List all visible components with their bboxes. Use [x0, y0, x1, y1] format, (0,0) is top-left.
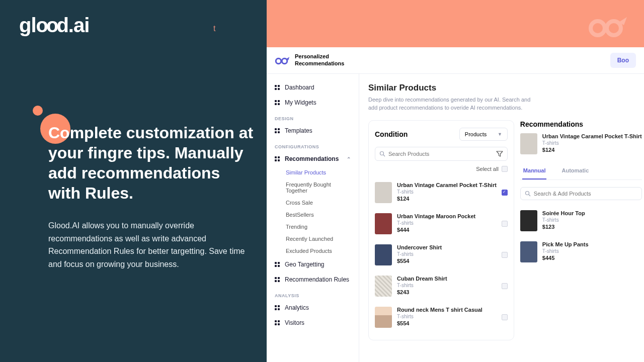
nav-rules[interactable]: Recommendation Rules [267, 272, 359, 287]
tab-automatic[interactable]: Automatic [560, 162, 590, 179]
nav-sub-excluded[interactable]: Excluded Products [267, 245, 359, 257]
nav-sub-similar[interactable]: Similar Products [267, 166, 359, 178]
product-thumb [375, 244, 392, 265]
nav-analytics[interactable]: Analytics [267, 300, 359, 315]
product-checkbox[interactable] [502, 314, 508, 320]
condition-product-row[interactable]: Urban Vintage Maroon Pocket T-shirts $44… [375, 208, 508, 239]
nav-recommendations[interactable]: Recommendations⌃ [267, 151, 359, 166]
product-price: $123 [542, 224, 642, 230]
product-name: Round neck Mens T shirt Casual [397, 307, 497, 313]
chevron-down-icon: ▼ [498, 132, 502, 137]
condition-product-row[interactable]: Urban Vintage Caramel Pocket T-Shirt T-s… [375, 177, 508, 208]
page-subtitle: Deep dive into recommendations generated… [368, 96, 539, 112]
product-thumb [375, 276, 392, 297]
product-name: Cuban Dream Shirt [397, 276, 497, 282]
recommendations-panel: Recommendations Urban Vintage Caramel Po… [520, 120, 642, 340]
nav-sub-best[interactable]: BestSellers [267, 209, 359, 221]
product-category: T-shirts [542, 248, 642, 254]
nav-geo[interactable]: Geo Targetting [267, 257, 359, 272]
product-category: T-shirts [542, 217, 642, 223]
product-checkbox[interactable] [502, 221, 508, 227]
hero-headline: Complete customization at your fingre ti… [48, 123, 255, 203]
product-checkbox[interactable] [502, 190, 508, 196]
condition-search-input[interactable] [388, 151, 493, 157]
header-cta-button[interactable]: Boo [610, 53, 636, 68]
hero-body: Glood.AI allows you to manually override… [48, 219, 255, 270]
app-title: Personalized Recommendations [295, 53, 344, 67]
sidebar: Dashboard My Widgets DESIGN Templates CO… [267, 74, 359, 362]
nav-sub-fbt[interactable]: Frequently Bought Together [267, 178, 359, 197]
search-icon [379, 151, 385, 157]
svg-point-2 [276, 58, 281, 64]
product-category: T-shirts [397, 189, 497, 195]
product-thumb [375, 307, 392, 328]
nav-my-widgets[interactable]: My Widgets [267, 95, 359, 110]
svg-point-0 [591, 21, 605, 35]
page-title: Similar Products [368, 83, 635, 93]
condition-search[interactable] [375, 147, 508, 161]
app-logo-icon [275, 55, 290, 65]
nav-sub-cross[interactable]: Cross Sale [267, 197, 359, 209]
nav-section-design: DESIGN [267, 110, 359, 123]
product-name: Urban Vintage Caramel Pocket T-Shirt [397, 182, 497, 188]
filter-icon[interactable] [496, 150, 503, 157]
svg-point-4 [380, 151, 384, 155]
svg-point-1 [607, 21, 621, 35]
decor-dot-small [33, 106, 43, 116]
nav-sub-recent[interactable]: Recently Launched [267, 233, 359, 245]
product-name: Pick Me Up Pants [542, 241, 642, 247]
condition-product-row[interactable]: Round neck Mens T shirt Casual T-shirts … [375, 302, 508, 333]
glood-logo: glood.ai [19, 14, 89, 37]
selected-product-name: Urban Vintage Caramel Pocket T-Shirt [542, 133, 642, 139]
condition-title: Condition [375, 130, 408, 138]
product-name: Undercover Shirt [397, 244, 497, 250]
svg-point-3 [282, 58, 287, 64]
condition-product-row[interactable]: Undercover Shirt T-shirts $554 [375, 239, 508, 270]
rec-search[interactable] [520, 187, 642, 200]
t-mark: t [213, 24, 215, 33]
chevron-up-icon: ⌃ [347, 156, 351, 162]
product-checkbox[interactable] [502, 283, 508, 289]
nav-templates[interactable]: Templates [267, 123, 359, 138]
nav-sub-trending[interactable]: Trending [267, 221, 359, 233]
product-price: $554 [397, 320, 497, 326]
recommendations-title: Recommendations [520, 120, 642, 128]
nav-section-config: CONFIGURATIONS [267, 138, 359, 151]
selected-product-thumb [520, 133, 537, 154]
search-icon [525, 191, 531, 197]
rec-product-row[interactable]: Soirée Hour Top T-shirts $123 [520, 205, 642, 236]
rec-search-input[interactable] [534, 191, 637, 197]
nav-section-analysis: ANALYSIS [267, 287, 359, 300]
watermark-logo [589, 14, 629, 39]
product-price: $445 [542, 255, 642, 261]
product-checkbox[interactable] [502, 252, 508, 258]
product-name: Soirée Hour Top [542, 210, 642, 216]
product-thumb [375, 213, 392, 234]
condition-product-row[interactable]: Cuban Dream Shirt T-shirts $243 [375, 270, 508, 302]
svg-line-5 [383, 155, 385, 156]
select-all-label: Select all [476, 166, 499, 172]
svg-line-7 [529, 195, 530, 196]
product-name: Urban Vintage Maroon Pocket [397, 213, 497, 219]
product-thumb [375, 182, 392, 203]
product-category: T-shirts [397, 220, 497, 226]
rec-product-row[interactable]: Pick Me Up Pants T-shirts $445 [520, 236, 642, 267]
product-price: $124 [397, 196, 497, 202]
selected-product-price: $124 [542, 147, 642, 153]
condition-type-dropdown[interactable]: Products ▼ [459, 128, 508, 141]
product-thumb [520, 241, 537, 262]
tab-manual[interactable]: Mannual [522, 162, 547, 179]
product-thumb [520, 210, 537, 231]
nav-dashboard[interactable]: Dashboard [267, 80, 359, 95]
product-price: $554 [397, 258, 497, 264]
product-category: T-shirts [397, 251, 497, 257]
product-category: T-shirts [397, 283, 497, 288]
svg-point-6 [525, 191, 529, 195]
selected-product-cat: T-shirts [542, 140, 642, 146]
condition-panel: Condition Products ▼ Select all [368, 120, 514, 340]
product-category: T-shirts [397, 314, 497, 319]
product-price: $243 [397, 289, 497, 295]
product-price: $444 [397, 227, 497, 233]
select-all-checkbox[interactable] [502, 166, 508, 172]
nav-visitors[interactable]: Visitors [267, 315, 359, 330]
